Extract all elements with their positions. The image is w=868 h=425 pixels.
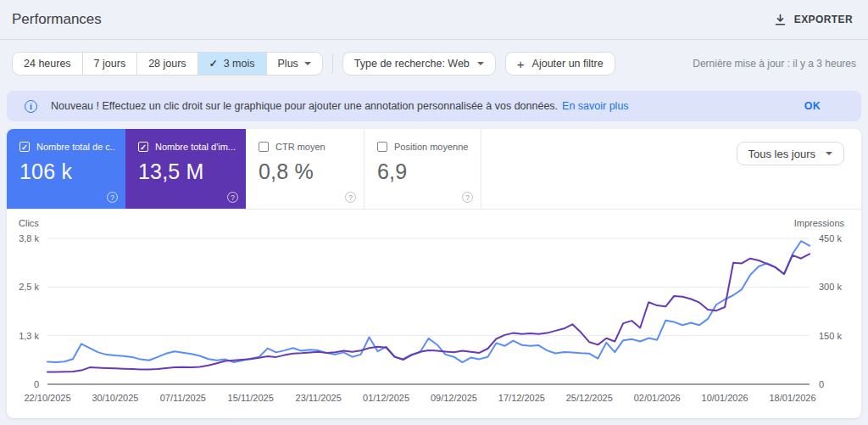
page-header: Performances EXPORTER (0, 0, 868, 40)
svg-text:02/01/2026: 02/01/2026 (634, 393, 681, 403)
page-title: Performances (12, 11, 102, 28)
metric-card-avg-position[interactable]: Position moyenne 6,9 ? (364, 129, 481, 209)
checkbox-checked-icon[interactable]: ✓ (19, 142, 30, 152)
svg-text:23/11/2025: 23/11/2025 (296, 393, 342, 403)
svg-text:17/12/2025: 17/12/2025 (498, 393, 545, 403)
info-icon: i (25, 100, 37, 113)
metric-label: Position moyenne (394, 142, 468, 152)
metric-card-total-impressions[interactable]: ✓ Nombre total d'im... 13,5 M ? (125, 129, 246, 209)
metric-value: 0,8 % (259, 159, 353, 184)
svg-text:30/10/2025: 30/10/2025 (92, 393, 138, 403)
filter-divider (332, 53, 333, 74)
svg-text:3,8 k: 3,8 k (19, 233, 39, 243)
svg-text:0: 0 (34, 379, 39, 389)
svg-text:300 k: 300 k (819, 282, 842, 292)
metric-label: Nombre total de c... (36, 142, 115, 152)
svg-text:25/12/2025: 25/12/2025 (566, 393, 613, 403)
svg-text:01/12/2025: 01/12/2025 (363, 393, 409, 403)
help-icon[interactable]: ? (462, 192, 473, 203)
svg-text:1,3 k: 1,3 k (19, 331, 39, 341)
help-icon[interactable]: ? (227, 192, 238, 203)
plus-icon: + (517, 58, 525, 70)
export-label: EXPORTER (794, 14, 853, 25)
metric-label: Nombre total d'im... (155, 142, 236, 152)
last-updated-text: Dernière mise à jour : il y a 3 heures (693, 58, 856, 70)
metric-card-total-clicks[interactable]: ✓ Nombre total de c... 106 k ? (7, 129, 125, 209)
range-24-heures[interactable]: 24 heures (13, 53, 82, 75)
svg-text:09/12/2025: 09/12/2025 (431, 393, 477, 403)
svg-text:07/11/2025: 07/11/2025 (160, 393, 206, 403)
chevron-down-icon (304, 62, 311, 65)
performance-chart[interactable]: 001,3 k150 k2,5 k300 k3,8 k450 kClicsImp… (7, 212, 861, 418)
metric-label: CTR moyen (275, 142, 326, 152)
learn-more-link[interactable]: En savoir plus (562, 100, 629, 112)
svg-text:18/01/2026: 18/01/2026 (769, 393, 815, 403)
svg-text:Impressions: Impressions (794, 218, 845, 228)
checkbox-checked-icon[interactable]: ✓ (138, 142, 148, 152)
checkbox-unchecked-icon[interactable] (259, 142, 269, 152)
svg-text:150 k: 150 k (819, 331, 842, 341)
chevron-down-icon (477, 62, 484, 65)
export-button[interactable]: EXPORTER (774, 14, 853, 26)
checkbox-unchecked-icon[interactable] (377, 142, 387, 152)
search-type-button[interactable]: Type de recherche: Web (342, 52, 496, 75)
svg-text:0: 0 (819, 379, 824, 389)
banner-ok-button[interactable]: OK (804, 100, 821, 112)
chevron-down-icon (826, 152, 832, 155)
annotation-banner: i Nouveau ! Effectuez un clic droit sur … (7, 91, 861, 121)
metric-value: 13,5 M (138, 159, 236, 184)
svg-text:10/01/2026: 10/01/2026 (702, 393, 748, 403)
date-range-group: 24 heures 7 jours 28 jours ✓ 3 mois Plus (12, 52, 323, 75)
svg-text:2,5 k: 2,5 k (19, 282, 39, 292)
check-icon: ✓ (209, 58, 218, 70)
range-3-mois-selected[interactable]: ✓ 3 mois (198, 53, 266, 75)
svg-text:450 k: 450 k (819, 233, 842, 243)
help-icon[interactable]: ? (345, 192, 356, 203)
performance-panel: ✓ Nombre total de c... 106 k ? ✓ Nombre … (7, 129, 861, 418)
banner-text: Nouveau ! Effectuez un clic droit sur le… (51, 100, 558, 112)
add-filter-button[interactable]: + Ajouter un filtre (505, 52, 615, 75)
range-7-jours[interactable]: 7 jours (82, 53, 137, 75)
range-28-jours[interactable]: 28 jours (136, 53, 197, 75)
metric-cards-row: ✓ Nombre total de c... 106 k ? ✓ Nombre … (7, 129, 861, 210)
svg-text:22/10/2025: 22/10/2025 (24, 393, 70, 403)
download-icon (774, 14, 787, 26)
granularity-dropdown[interactable]: Tous les jours (737, 142, 844, 165)
metric-card-avg-ctr[interactable]: CTR moyen 0,8 % ? (246, 129, 364, 209)
svg-text:Clics: Clics (19, 218, 39, 228)
help-icon[interactable]: ? (107, 192, 118, 203)
filter-bar: 24 heures 7 jours 28 jours ✓ 3 mois Plus… (12, 52, 856, 75)
range-plus-menu[interactable]: Plus (266, 53, 322, 75)
metric-value: 106 k (19, 159, 115, 184)
performance-chart-svg[interactable]: 001,3 k150 k2,5 k300 k3,8 k450 kClicsImp… (7, 212, 861, 418)
svg-text:15/11/2025: 15/11/2025 (228, 393, 274, 403)
metric-value: 6,9 (377, 159, 470, 184)
